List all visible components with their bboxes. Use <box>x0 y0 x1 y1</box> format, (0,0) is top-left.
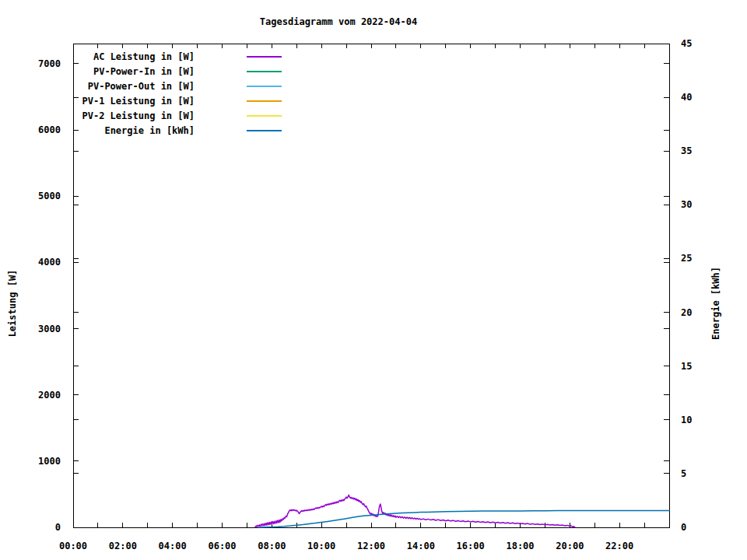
x-tick-label: 02:00 <box>109 541 137 551</box>
legend-line-swatch <box>247 100 282 102</box>
legend-line-swatch <box>247 115 282 117</box>
legend-line-swatch <box>247 130 282 131</box>
y2-tick-label: 35 <box>681 145 692 156</box>
chart-title: Tagesdiagramm vom 2022-04-04 <box>0 16 677 27</box>
y2-tick-label: 45 <box>681 38 692 49</box>
legend-label: PV-2 Leistung in [W] <box>70 111 195 121</box>
legend-row: PV-Power-Out in [W] <box>0 82 327 92</box>
x-tick-label: 00:00 <box>59 541 87 551</box>
y2-tick-label: 40 <box>681 92 692 103</box>
y2-axis-label: Energie [kWh] <box>710 226 723 381</box>
legend-row: PV-2 Leistung in [W] <box>0 111 327 121</box>
y-tick-label: 4000 <box>38 257 61 268</box>
y2-tick-label: 10 <box>681 415 692 425</box>
y2-tick-label: 30 <box>681 199 692 210</box>
legend-label: PV-Power-Out in [W] <box>70 82 195 92</box>
legend-label: AC Leistung in [W] <box>70 52 195 62</box>
x-tick-label: 20:00 <box>556 541 584 551</box>
legend-row: AC Leistung in [W] <box>0 52 327 62</box>
x-tick-label: 18:00 <box>506 541 534 551</box>
legend-label: Energie in [kWh] <box>70 126 195 136</box>
legend-row: Energie in [kWh] <box>0 126 327 136</box>
legend-label: PV-Power-In in [W] <box>70 67 195 77</box>
x-tick-label: 22:00 <box>605 541 633 551</box>
y-tick-label: 1000 <box>38 456 61 467</box>
y2-tick-label: 5 <box>681 468 686 479</box>
x-tick-label: 12:00 <box>357 541 385 551</box>
legend-line-swatch <box>247 56 282 58</box>
y2-tick-label: 0 <box>681 522 686 533</box>
y2-tick-label: 25 <box>681 253 692 264</box>
legend-line-swatch <box>247 86 282 87</box>
y-tick-label: 0 <box>55 522 61 533</box>
x-tick-label: 14:00 <box>407 541 435 551</box>
y-axis-label: Leistung [W] <box>7 226 19 381</box>
legend-row: PV-1 Leistung in [W] <box>0 96 327 107</box>
legend-row: PV-Power-In in [W] <box>0 67 327 77</box>
x-tick-label: 06:00 <box>208 541 236 551</box>
y-tick-label: 3000 <box>38 324 61 334</box>
x-tick-label: 16:00 <box>457 541 485 551</box>
y2-tick-label: 15 <box>681 361 692 372</box>
y-tick-label: 2000 <box>38 390 61 401</box>
y2-tick-label: 20 <box>681 307 692 318</box>
x-tick-label: 04:00 <box>159 541 187 551</box>
x-tick-label: 08:00 <box>258 541 286 551</box>
legend-label: PV-1 Leistung in [W] <box>70 96 195 107</box>
legend-line-swatch <box>247 71 282 72</box>
y-tick-label: 5000 <box>38 191 61 201</box>
series-line-energie-in-kwh <box>259 511 669 527</box>
chart-screen: 00:0002:0004:0006:0008:0010:0012:0014:00… <box>0 0 747 560</box>
x-tick-label: 10:00 <box>307 541 335 551</box>
